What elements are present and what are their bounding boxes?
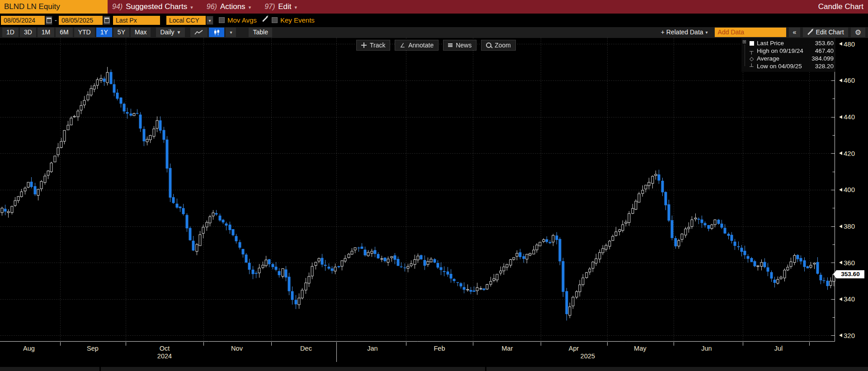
- range-button-5y[interactable]: 5Y: [113, 28, 129, 37]
- legend-collapse-icon[interactable]: ⊞: [742, 39, 746, 44]
- key-events-checkbox[interactable]: [272, 17, 278, 23]
- x-axis-month-sep: Sep: [87, 345, 99, 352]
- currency-selector[interactable]: Local CCY: [166, 16, 206, 25]
- related-data-button[interactable]: + Related Data ▾: [657, 28, 712, 37]
- y-axis-tick-400: 400: [837, 186, 855, 194]
- menu-item-suggested-charts[interactable]: 94) Suggested Charts ▾: [112, 2, 193, 11]
- menu-item-actions[interactable]: 96) Actions ▾: [207, 2, 251, 11]
- x-axis-tick: [809, 342, 810, 346]
- legend-row-square: Last Price 353.60: [750, 39, 834, 47]
- field-selector[interactable]: Last Px: [113, 16, 160, 25]
- low-marker-icon: ┴: [750, 63, 757, 70]
- menu-shortcut-number: 94): [112, 3, 123, 11]
- collapse-panel-button[interactable]: «: [789, 28, 801, 37]
- date-to-field[interactable]: 08/05/2025: [59, 16, 103, 25]
- candle-chart-style-button[interactable]: [209, 28, 224, 37]
- table-button[interactable]: Table: [249, 28, 272, 37]
- chart-options-button[interactable]: ⚙: [851, 28, 865, 37]
- range-button-ytd[interactable]: YTD: [74, 28, 95, 37]
- currency-dropdown-button[interactable]: ▾: [206, 16, 213, 25]
- x-axis-year-2025: 2025: [580, 352, 595, 360]
- x-axis-month-may: May: [634, 345, 646, 352]
- legend-row-high: ┬ High on 09/19/24 467.40: [750, 47, 834, 55]
- x-axis-month-nov: Nov: [231, 345, 243, 352]
- y-axis-tick-380: 380: [837, 222, 855, 230]
- line-chart-style-button[interactable]: [190, 28, 208, 37]
- menu-label: Edit: [278, 2, 291, 11]
- date-from-field[interactable]: 08/05/2024: [1, 16, 45, 25]
- y-axis-tick-480: 480: [837, 40, 855, 48]
- last-price-badge: 353.60: [836, 270, 864, 278]
- pencil-icon: [807, 29, 813, 35]
- right-toolbar: + Related Data ▾ Add Data « Edit Chart ⚙: [657, 28, 865, 37]
- x-axis-tick: [126, 342, 126, 346]
- y-axis-tick-440: 440: [837, 113, 855, 121]
- range-button-1d[interactable]: 1D: [2, 28, 19, 37]
- legend-value: 384.099: [811, 55, 834, 62]
- menu-label: Suggested Charts: [126, 2, 187, 11]
- legend-value: 467.40: [815, 47, 834, 54]
- x-axis-month-aug: Aug: [23, 345, 35, 352]
- x-axis-tick: [541, 342, 541, 346]
- range-button-6m[interactable]: 6M: [56, 28, 72, 37]
- track-button[interactable]: Track: [356, 40, 390, 51]
- add-data-input[interactable]: Add Data: [715, 28, 786, 37]
- legend-row-average: ◇ Average 384.099: [750, 55, 834, 62]
- x-axis-month-oct: Oct: [160, 345, 170, 352]
- average-marker-icon: ◇: [750, 56, 757, 62]
- line-chart-icon: [194, 29, 203, 35]
- legend-label: Low on 04/09/25: [757, 63, 815, 70]
- zoom-button[interactable]: Zoom: [481, 40, 516, 51]
- legend-label: Last Price: [757, 40, 815, 47]
- calendar-icon: [104, 18, 109, 23]
- news-button[interactable]: News: [443, 40, 476, 51]
- calendar-icon: [47, 18, 52, 23]
- title-bar: BLND LN Equity 94) Suggested Charts ▾96)…: [0, 0, 868, 14]
- x-axis-tick: [473, 342, 473, 346]
- chart-settings-toolbar: 1D3D1M6MYTD1Y5YMaxDaily▼▾Table + Related…: [0, 27, 868, 38]
- date-from-calendar-button[interactable]: [45, 16, 52, 25]
- annotate-button[interactable]: ∠ Annotate: [395, 40, 439, 51]
- menu-bar: 94) Suggested Charts ▾96) Actions ▾97) E…: [112, 0, 297, 14]
- chevron-down-icon: ▾: [706, 28, 708, 37]
- legend-value: 328.20: [815, 63, 834, 70]
- gear-icon: ⚙: [855, 28, 861, 37]
- chart-type-title: Candle Chart: [818, 0, 863, 14]
- period-selector[interactable]: Daily▼: [156, 28, 185, 37]
- edit-chart-button[interactable]: Edit Chart: [803, 28, 848, 37]
- panel-segment: [101, 367, 485, 371]
- x-axis-tick: [743, 342, 743, 346]
- menu-shortcut-number: 97): [264, 3, 275, 11]
- key-events-label[interactable]: Key Events: [280, 16, 315, 25]
- chart-inner-toolbar: Track ∠ Annotate News Zoom: [356, 40, 516, 51]
- candlestick-chart[interactable]: [0, 38, 835, 342]
- security-ticker-field[interactable]: BLND LN Equity: [0, 0, 108, 14]
- range-button-1m[interactable]: 1M: [38, 28, 54, 37]
- chart-style-dropdown-button[interactable]: ▾: [226, 28, 236, 37]
- range-button-3d[interactable]: 3D: [20, 28, 36, 37]
- x-axis-month-jun: Jun: [701, 345, 712, 352]
- range-button-max[interactable]: Max: [131, 28, 151, 37]
- menu-item-edit[interactable]: 97) Edit ▾: [264, 2, 297, 11]
- x-axis-month-dec: Dec: [300, 345, 312, 352]
- high-marker-icon: ┬: [750, 48, 757, 54]
- panel-segment: [486, 367, 868, 371]
- range-button-1y[interactable]: 1Y: [96, 28, 112, 37]
- mov-avgs-pencil-icon[interactable]: [262, 19, 268, 20]
- mov-avgs-checkbox[interactable]: [219, 17, 225, 23]
- x-axis-tick: [607, 342, 608, 346]
- mov-avgs-label[interactable]: Mov Avgs: [227, 16, 257, 25]
- menu-label: Actions: [220, 2, 245, 11]
- track-crosshair-icon: [361, 42, 367, 48]
- date-range-dash: -: [55, 16, 57, 25]
- chart-area: Track ∠ Annotate News Zoom ⊞ Last Price …: [0, 38, 868, 371]
- y-axis-tick-360: 360: [837, 258, 855, 267]
- menu-shortcut-number: 96): [207, 3, 217, 11]
- x-axis-month-jan: Jan: [367, 345, 377, 352]
- y-axis-tick-320: 320: [837, 331, 855, 339]
- x-axis-year-2024: 2024: [157, 352, 172, 360]
- date-to-calendar-button[interactable]: [103, 16, 110, 25]
- candle-chart-icon: [213, 29, 220, 36]
- chevron-down-icon: ▾: [190, 5, 193, 10]
- legend-row-low: ┴ Low on 04/09/25 328.20: [750, 62, 834, 70]
